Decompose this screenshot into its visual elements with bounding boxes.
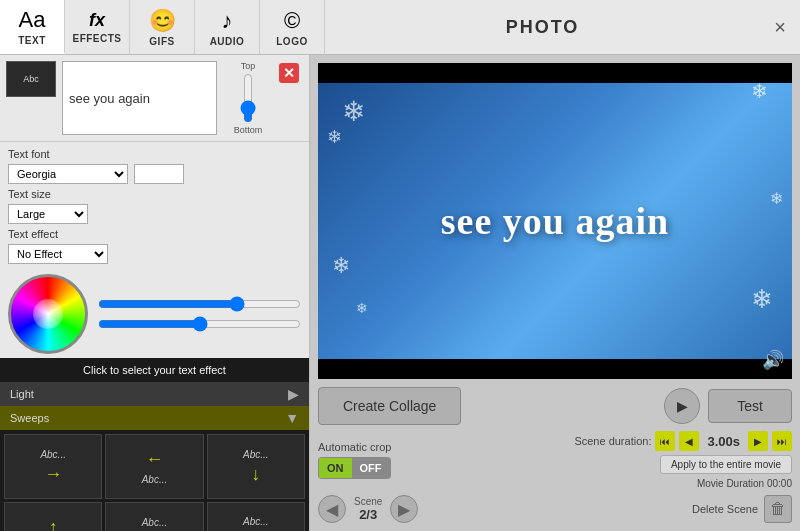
text-input[interactable] (62, 61, 217, 135)
color-swatch[interactable] (134, 164, 184, 184)
size-select[interactable]: Large Small Medium X-Large (8, 204, 88, 224)
autocrop-section: Automatic crop ON OFF (318, 441, 391, 479)
text-preview-box: Abc (6, 61, 56, 97)
nav-item-text[interactable]: Aa TEXT (0, 0, 65, 54)
effect-select[interactable]: No Effect Bold Shadow (8, 244, 108, 264)
text-input-row: Abc Top Bottom ✕ (0, 55, 309, 142)
top-nav: Aa TEXT fx EFFECTS 😊 GIFS ♪ AUDIO © LOGO… (0, 0, 800, 55)
size-label: Text size (8, 188, 73, 200)
play-button[interactable]: ▶ (664, 388, 700, 424)
sweeps-section-header[interactable]: Sweeps ▼ (0, 406, 309, 430)
toggle-on-button[interactable]: ON (319, 458, 352, 478)
effect-panel: Click to select your text effect Light ▶… (0, 358, 309, 531)
create-collage-button[interactable]: Create Collage (318, 387, 461, 425)
font-select[interactable]: Georgia Arial Times New Roman (8, 164, 128, 184)
scene-number: 2/3 (359, 507, 377, 522)
effect-thumb-2[interactable]: Abc... ↓ (207, 434, 305, 499)
nav-label-effects: EFFECTS (72, 33, 121, 44)
delete-scene-button[interactable]: 🗑 (764, 495, 792, 523)
light-section-header[interactable]: Light ▶ (0, 382, 309, 406)
effect-panel-title: Click to select your text effect (0, 358, 309, 382)
controls-row2: Automatic crop ON OFF Scene duration: ⏮ … (318, 431, 792, 489)
effect-label: Text effect (8, 228, 73, 240)
scene-next-button[interactable]: ▶ (390, 495, 418, 523)
color-slider-2[interactable] (98, 318, 301, 330)
test-button[interactable]: Test (708, 389, 792, 423)
light-label: Light (10, 388, 34, 400)
delete-scene-area: Delete Scene 🗑 (692, 495, 792, 523)
nav-label-logo: LOGO (276, 36, 307, 47)
movie-duration-text: Movie Duration 00:00 (697, 478, 792, 489)
font-controls: Text font Georgia Arial Times New Roman … (0, 142, 309, 270)
position-top-label: Top (241, 61, 256, 71)
duration-forward-button[interactable]: ▶ (748, 431, 768, 451)
toggle-group: ON OFF (318, 457, 391, 479)
nav-item-audio[interactable]: ♪ AUDIO (195, 0, 260, 54)
duration-value: 3.00s (703, 434, 744, 449)
nav-item-effects[interactable]: fx EFFECTS (65, 0, 130, 54)
effect-thumb-0[interactable]: Abc... → (4, 434, 102, 499)
controls-row3: ◀ Scene 2/3 ▶ Delete Scene 🗑 (318, 495, 792, 523)
bottom-controls: Create Collage ▶ Test Automatic crop ON … (318, 387, 792, 523)
apply-movie-button[interactable]: Apply to the entire movie (660, 455, 792, 474)
controls-row1: Create Collage ▶ Test (318, 387, 792, 425)
delete-text-button[interactable]: ✕ (279, 61, 303, 135)
page-title: PHOTO (325, 0, 760, 54)
preview-text: see you again (441, 199, 669, 243)
duration-fast-back-button[interactable]: ⏮ (655, 431, 675, 451)
duration-label: Scene duration: (574, 435, 651, 447)
scene-prev-button[interactable]: ◀ (318, 495, 346, 523)
delete-icon: ✕ (279, 63, 299, 83)
gifs-icon: 😊 (149, 8, 176, 34)
nav-item-logo[interactable]: © LOGO (260, 0, 325, 54)
close-button[interactable]: × (760, 0, 800, 54)
audio-icon: ♪ (222, 8, 233, 34)
right-panel: ❄ ❄ ❄ ❄ ❄ ❄ ❄ see you again 🔊 Create Col… (310, 55, 800, 531)
text-preview-label: Abc (23, 74, 39, 84)
autocrop-label: Automatic crop (318, 441, 391, 453)
test-area: ▶ Test (664, 388, 792, 424)
effect-thumb-3[interactable]: ↑ Abc... (4, 502, 102, 531)
nav-label-text: TEXT (18, 35, 46, 46)
video-preview: ❄ ❄ ❄ ❄ ❄ ❄ ❄ see you again 🔊 (318, 63, 792, 379)
sweeps-label: Sweeps (10, 412, 49, 424)
left-panel: Abc Top Bottom ✕ Text font Georgia Arial (0, 55, 310, 531)
nav-item-gifs[interactable]: 😊 GIFS (130, 0, 195, 54)
speaker-icon[interactable]: 🔊 (762, 349, 784, 371)
font-label: Text font (8, 148, 73, 160)
effect-thumb-5[interactable]: Abc... ↗ (207, 502, 305, 531)
color-slider-1[interactable] (98, 298, 301, 310)
text-icon: Aa (19, 7, 46, 33)
position-slider[interactable] (240, 73, 256, 123)
nav-label-audio: AUDIO (210, 36, 245, 47)
logo-icon: © (284, 8, 300, 34)
position-controls: Top Bottom (223, 61, 273, 135)
color-area (0, 270, 309, 358)
scene-nav: ◀ Scene 2/3 ▶ (318, 495, 418, 523)
position-bottom-label: Bottom (234, 125, 263, 135)
sweeps-arrow-icon: ▼ (285, 410, 299, 426)
scene-label: Scene (354, 496, 382, 507)
effect-thumb-1[interactable]: ← Abc... (105, 434, 203, 499)
effects-icon: fx (89, 10, 105, 31)
duration-section: Scene duration: ⏮ ◀ 3.00s ▶ ⏭ Apply to t… (574, 431, 792, 489)
light-arrow-icon: ▶ (288, 386, 299, 402)
duration-back-button[interactable]: ◀ (679, 431, 699, 451)
duration-fast-forward-button[interactable]: ⏭ (772, 431, 792, 451)
effect-thumb-4[interactable]: Abc... ↓ (105, 502, 203, 531)
nav-label-gifs: GIFS (149, 36, 174, 47)
effects-grid: Abc... → ← Abc... Abc... ↓ ↑ Abc... Abc (0, 430, 309, 531)
color-wheel[interactable] (8, 274, 88, 354)
delete-scene-label: Delete Scene (692, 503, 758, 515)
toggle-off-button[interactable]: OFF (352, 458, 390, 478)
main-content: Abc Top Bottom ✕ Text font Georgia Arial (0, 55, 800, 531)
